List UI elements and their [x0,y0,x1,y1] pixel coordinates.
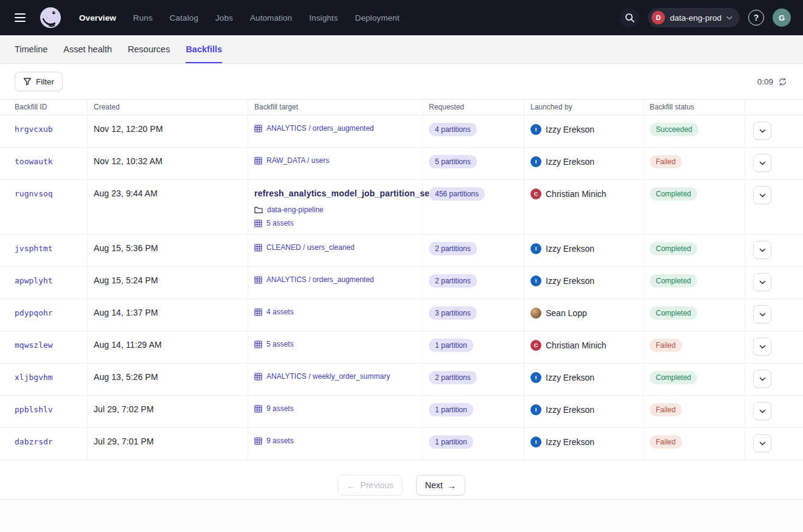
backfill-id-cell: xljbgvhm [0,364,88,395]
created-value: Aug 13, 5:26 PM [94,372,158,382]
row-actions-menu-button[interactable] [753,154,771,172]
nav-item-jobs[interactable]: Jobs [215,13,233,22]
launched-by-cell: CChristian Minich [524,180,644,234]
backfill-id-cell: apwplyht [0,267,88,299]
status-badge: Failed [650,435,682,449]
requested-cell: 456 partitions [423,180,524,234]
row-actions-menu-button[interactable] [753,337,771,356]
created-cell: Nov 12, 10:32 AM [88,148,248,179]
row-actions-menu-button[interactable] [753,273,771,291]
created-cell: Jul 29, 7:01 PM [88,428,248,460]
target-link[interactable]: ANALYTICS / orders_augmented [266,124,374,133]
nav-right: D data-eng-prod ? G [620,8,791,27]
chevron-down-icon [759,377,766,381]
row-actions-menu-button[interactable] [753,370,771,388]
backfill-id-link[interactable]: dabzrsdr [15,437,53,446]
target-link[interactable]: 9 assets [266,437,294,445]
target-link[interactable]: ANALYTICS / weekly_order_summary [266,372,390,381]
backfill-id-cell: mqwszlew [0,331,88,363]
backfill-id-link[interactable]: hrgvcxub [15,125,53,134]
help-icon[interactable]: ? [748,10,764,26]
nav-item-catalog[interactable]: Catalog [170,13,198,22]
backfill-id-link[interactable]: apwplyht [15,276,53,285]
asset-grid-icon [254,437,262,445]
created-cell: Nov 12, 12:20 PM [88,116,248,147]
launched-by-cell: CChristian Minich [524,331,644,363]
backfill-id-link[interactable]: rugnvsoq [15,189,53,198]
backfill-id-link[interactable]: jvsphtmt [15,244,53,253]
user-avatar[interactable]: G [773,9,791,27]
filter-button[interactable]: Filter [15,72,63,91]
toolbar: Filter 0:09 [0,64,803,99]
requested-cell: 2 partitions [423,267,524,299]
backfill-id-link[interactable]: ppblshlv [15,405,53,414]
launched-by-user: IIzzy Erekson [530,404,637,415]
table-row: apwplyhtAug 15, 5:24 PMANALYTICS / order… [0,267,803,299]
requested-cell: 1 partition [423,428,524,460]
refresh-icon[interactable] [778,77,787,86]
row-actions-menu-button[interactable] [753,186,771,204]
target-link[interactable]: CLEANED / users_cleaned [266,243,355,252]
launched-by-cell: IIzzy Erekson [524,235,644,266]
nav-item-runs[interactable]: Runs [133,13,153,22]
chevron-down-icon [759,161,766,165]
target-line: ANALYTICS / orders_augmented [254,275,416,284]
table-row: mqwszlewAug 14, 11:29 AM5 assets1 partit… [0,331,803,364]
backfill-status-cell: Completed [644,364,745,395]
tab-timeline[interactable]: Timeline [15,35,47,63]
target-link[interactable]: 9 assets [266,404,294,413]
row-actions-menu-button[interactable] [753,241,771,259]
target-link[interactable]: 5 assets [266,340,294,348]
dagster-logo[interactable] [39,6,62,29]
arrow-left-icon: ← [347,481,356,490]
row-actions-menu-button[interactable] [753,402,771,420]
deployment-name: data-eng-prod [670,13,721,22]
backfill-status-cell: Completed [644,180,745,234]
target-line: 9 assets [254,404,416,413]
target-link[interactable]: ANALYTICS / orders_augmented [266,275,374,284]
target-link[interactable]: RAW_DATA / users [266,156,329,165]
created-value: Aug 14, 1:37 PM [94,308,158,317]
user-avatar-icon: I [530,372,541,383]
tab-resources[interactable]: Resources [128,35,170,63]
status-badge: Completed [650,187,697,201]
target-link[interactable]: 5 assets [266,219,294,227]
asset-grid-icon [254,157,262,165]
backfill-id-link[interactable]: xljbgvhm [15,373,53,382]
tab-backfills[interactable]: Backfills [186,35,222,63]
launched-by-user: CChristian Minich [530,340,637,351]
nav-item-deployment[interactable]: Deployment [355,13,400,22]
top-nav: OverviewRunsCatalogJobsAutomationInsight… [0,0,803,35]
deployment-switcher[interactable]: D data-eng-prod [648,8,740,27]
nav-item-overview[interactable]: Overview [79,13,116,22]
chevron-down-icon [759,280,766,285]
tab-asset-health[interactable]: Asset health [63,35,112,63]
row-actions-menu-button[interactable] [753,434,771,452]
launched-by-cell: IIzzy Erekson [524,148,644,179]
table-row: hrgvcxubNov 12, 12:20 PMANALYTICS / orde… [0,116,803,148]
column-header-launched-by: Launched by [524,100,644,115]
next-page-button[interactable]: Next → [416,475,465,496]
launched-by-cell: IIzzy Erekson [524,428,644,460]
actions-cell [745,299,803,331]
previous-page-button[interactable]: ← Previous [338,475,402,496]
backfill-id-link[interactable]: mqwszlew [15,340,53,350]
launched-by-cell: IIzzy Erekson [524,116,644,147]
search-icon[interactable] [620,8,639,27]
job-title-link[interactable]: refresh_analytics_model_job_partition_se… [254,188,433,198]
row-actions-menu-button[interactable] [753,305,771,323]
backfill-id-link[interactable]: pdypqohr [15,308,53,317]
next-label: Next [425,480,443,490]
nav-item-insights[interactable]: Insights [309,13,338,22]
backfill-id-link[interactable]: toowautk [15,157,53,166]
status-badge: Completed [650,306,697,320]
row-actions-menu-button[interactable] [753,122,771,140]
target-link[interactable]: data-eng-pipeline [267,206,324,214]
nav-item-automation[interactable]: Automation [250,13,292,22]
user-name: Christian Minich [546,340,607,350]
status-badge: Failed [650,155,682,168]
target-link[interactable]: 4 assets [266,308,294,316]
column-header-backfill-status: Backfill status [644,100,745,115]
menu-icon[interactable] [10,7,30,28]
partitions-badge: 1 partition [429,403,473,416]
